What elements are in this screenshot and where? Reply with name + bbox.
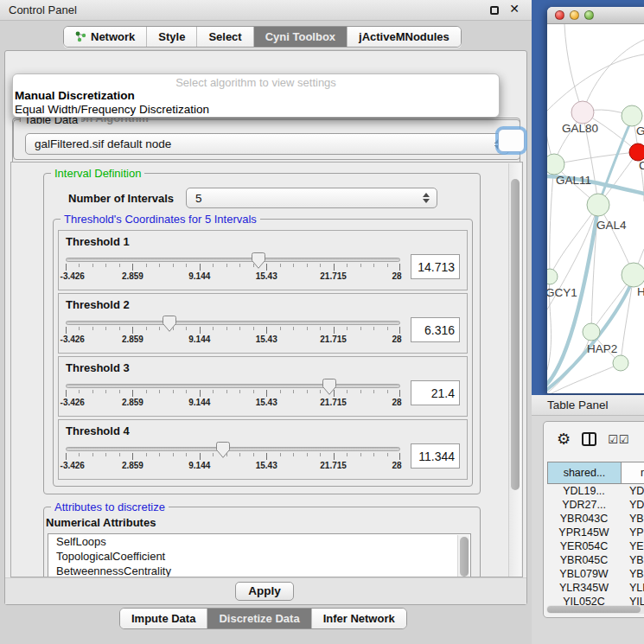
node-label-gal4: GAL4: [596, 219, 627, 232]
threshold-4-value[interactable]: 11.344: [411, 443, 460, 469]
threshold-4-slider[interactable]: -3.426 2.859 9.144 15.43 21.715 28: [66, 441, 400, 471]
threshold-1-panel: Threshold 1: [58, 230, 468, 290]
table-data-selected-value: galFiltered.sif default node: [35, 137, 171, 150]
close-icon[interactable]: ✕: [509, 2, 520, 16]
column-header-shared[interactable]: shared...: [548, 462, 622, 483]
threshold-1-slider[interactable]: -3.426 2.859 9.144 15.43 21.715 28: [66, 252, 400, 282]
node-selected-red[interactable]: [629, 143, 644, 161]
table-row[interactable]: YBL079W YBL0: [547, 567, 644, 581]
numerical-attributes-label: Numerical Attributes: [46, 516, 156, 529]
slider-tick-labels: -3.426 2.859 9.144 15.43 21.715 28: [66, 271, 400, 282]
number-of-intervals-combobox[interactable]: 5: [186, 188, 437, 208]
algorithm-combobox-focused-end[interactable]: [498, 129, 525, 152]
node-label-g: G: [636, 124, 644, 137]
list-item[interactable]: BetweennessCentrality: [48, 564, 470, 577]
threshold-2-label: Threshold 2: [66, 298, 460, 311]
tab-network[interactable]: Network: [64, 27, 146, 47]
select-checkboxes-icon[interactable]: ☑☑: [608, 433, 629, 446]
network-window-titlebar[interactable]: [547, 7, 644, 24]
screen: Control Panel ✕ Network Style: [0, 0, 644, 644]
column-header-name[interactable]: n: [622, 462, 644, 483]
table-row[interactable]: YBR043C YBR0: [547, 512, 644, 526]
threshold-2-value[interactable]: 6.316: [411, 317, 460, 342]
number-of-intervals-label: Number of Intervals: [68, 192, 174, 205]
node-hap2[interactable]: [583, 323, 600, 341]
slider-ticks: [66, 264, 400, 271]
tab-infer-network[interactable]: Infer Network: [311, 609, 406, 628]
thresholds-groupbox: Threshold's Coordinates for 5 Intervals …: [53, 219, 473, 487]
node-h[interactable]: [622, 263, 644, 287]
list-item[interactable]: TopologicalCoefficient: [48, 549, 470, 564]
tab-discretize-data[interactable]: Discretize Data: [207, 609, 310, 628]
node-gal4[interactable]: [587, 194, 609, 216]
cyni-bottom-tabbar: Impute Data Discretize Data Infer Networ…: [119, 608, 407, 629]
node-bottom[interactable]: [613, 355, 628, 371]
node-gal80[interactable]: [571, 101, 594, 124]
zoom-traffic-light-icon[interactable]: [584, 10, 594, 20]
slider-track[interactable]: [66, 258, 400, 262]
algorithm-option-equal-width[interactable]: Equal Width/Frequency Discretization: [13, 103, 499, 117]
attributes-group-label: Attributes to discretize: [51, 501, 169, 513]
interval-definition-label: Interval Definition: [51, 167, 144, 180]
table-row[interactable]: YER054C YER0: [547, 539, 644, 553]
threshold-2-panel: Threshold 2: [58, 293, 468, 354]
cyni-toolbox-panel: Discretization Algorithm Select algorith…: [4, 50, 527, 605]
threshold-3-value[interactable]: 21.4: [411, 380, 460, 405]
table-panel-titlebar: Table Panel: [532, 395, 644, 416]
list-item[interactable]: SelfLoops: [48, 534, 470, 549]
minimize-traffic-light-icon[interactable]: [570, 10, 579, 20]
numerical-attributes-list[interactable]: SelfLoops TopologicalCoefficient Between…: [48, 533, 471, 577]
settings-vertical-scrollbar[interactable]: [508, 163, 521, 577]
float-window-icon[interactable]: [490, 6, 499, 15]
node-label-gal80: GAL80: [562, 122, 598, 135]
slider-track[interactable]: [66, 447, 400, 451]
table-horizontal-scrollbar[interactable]: [546, 605, 644, 614]
settings-scroll-panel: Interval Definition Number of Intervals …: [10, 162, 523, 577]
control-panel-title: Control Panel: [9, 0, 77, 21]
slider-track[interactable]: [66, 384, 400, 388]
tab-select[interactable]: Select: [196, 27, 252, 47]
threshold-3-slider[interactable]: -3.426 2.859 9.144 15.43 21.715 28: [66, 378, 400, 408]
gear-icon[interactable]: ⚙: [557, 431, 571, 447]
table-panel-toolbar: ⚙ ☑☑: [544, 422, 644, 456]
node-label-gal11: GAL11: [556, 174, 591, 187]
close-traffic-light-icon[interactable]: [555, 10, 564, 20]
table-row[interactable]: YDL19... YDL1: [547, 484, 644, 498]
table-row[interactable]: YPR145W YPR1: [547, 526, 644, 539]
split-columns-icon[interactable]: [582, 432, 596, 446]
control-panel-tabbar: Network Style Select Cyni Toolbox jActiv…: [63, 26, 462, 48]
algorithm-option-manual[interactable]: Manual Discretization: [13, 89, 499, 103]
threshold-1-value[interactable]: 14.713: [411, 254, 460, 279]
table-data-combobox[interactable]: galFiltered.sif default node: [25, 133, 509, 155]
network-canvas[interactable]: GAL80 G C GAL11 GAL4 GCY1 H HAP2: [547, 24, 644, 393]
slider-tick-labels: -3.426 2.859 9.144 15.43 21.715 28: [66, 398, 400, 408]
combo-spinner-icon: [423, 193, 430, 203]
table-row[interactable]: YLR345W YLR3: [547, 581, 644, 595]
table-header-row: shared... n: [547, 462, 644, 484]
network-desktop-area: GAL80 G C GAL11 GAL4 GCY1 H HAP2: [532, 0, 644, 395]
tab-cyni-toolbox[interactable]: Cyni Toolbox: [253, 27, 347, 47]
algorithm-dropdown-prompt: Select algorithm to view settings: [13, 76, 499, 89]
node-gal11[interactable]: [547, 154, 564, 175]
tab-jactivemnodules[interactable]: jActiveMNodules: [347, 27, 461, 47]
slider-ticks: [66, 453, 400, 460]
table-row[interactable]: YBR045C YBR0: [547, 553, 644, 567]
apply-button[interactable]: Apply: [235, 582, 294, 601]
threshold-4-panel: Threshold 4: [58, 419, 468, 480]
node-gcy1[interactable]: [547, 269, 558, 284]
network-view-window[interactable]: GAL80 G C GAL11 GAL4 GCY1 H HAP2: [547, 7, 644, 393]
apply-row: Apply: [5, 577, 526, 604]
node-g[interactable]: [622, 105, 642, 126]
threshold-2-slider[interactable]: -3.426 2.859 9.144 15.43 21.715 28: [66, 315, 400, 345]
slider-track[interactable]: [66, 321, 400, 325]
tab-impute-data[interactable]: Impute Data: [120, 609, 207, 628]
tab-style[interactable]: Style: [146, 27, 196, 47]
slider-ticks: [66, 390, 400, 397]
table-row[interactable]: YDR27... YDR2: [547, 498, 644, 512]
threshold-4-label: Threshold 4: [66, 424, 460, 437]
number-of-intervals-value: 5: [195, 192, 202, 205]
control-panel-titlebar: Control Panel ✕: [0, 0, 532, 21]
node-label-c: C: [639, 159, 644, 172]
attributes-list-scrollbar[interactable]: [457, 535, 469, 577]
network-icon: [75, 31, 86, 42]
